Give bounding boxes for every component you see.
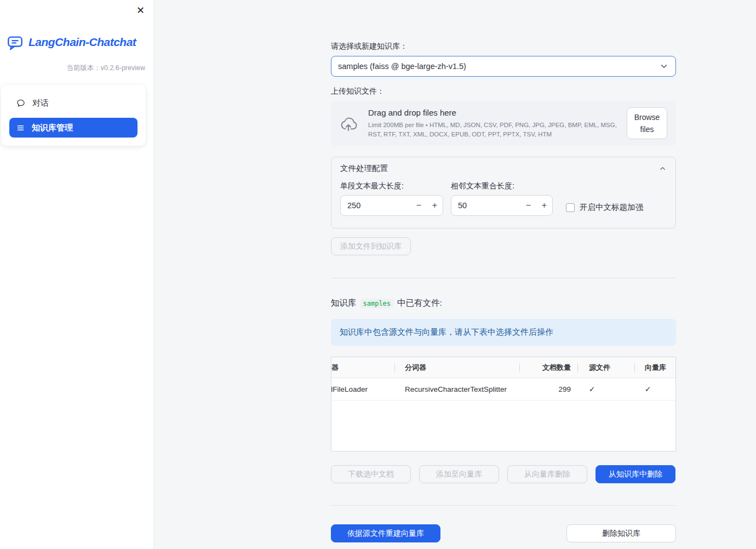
version-label: 当前版本： [66, 64, 101, 72]
files-table-header: 文档加载器 分词器 文档数量 源文件 向量库 [331, 357, 675, 378]
info-banner: 知识库中包含源文件与向量库，请从下表中选择文件后操作 [331, 319, 676, 346]
checkbox-label: 开启中文标题加强 [580, 202, 643, 213]
kb-select-label: 请选择或新建知识库： [331, 42, 676, 52]
max-length-steppers: − + [411, 196, 443, 215]
app-root: ✕ LangChain-Chatchat 当前版本：v0.2.6-preview… [0, 0, 756, 549]
divider [331, 278, 676, 278]
max-length-label: 单段文本最大长度: [340, 181, 443, 191]
overlap-steppers: − + [520, 196, 552, 215]
sidebar-item-kb-management[interactable]: 知识库管理 [9, 118, 138, 138]
main-content: 请选择或新建知识库： samples (faiss @ bge-large-zh… [153, 0, 756, 549]
delete-from-kb-button[interactable]: 从知识库中删除 [595, 465, 675, 483]
sidebar-item-label: 知识库管理 [32, 123, 73, 133]
file-config-title: 文件处理配置 [340, 163, 388, 174]
list-icon [16, 124, 25, 132]
logo: LangChain-Chatchat [7, 34, 148, 50]
sidebar-close-button[interactable]: ✕ [134, 3, 147, 18]
plus-icon[interactable]: + [536, 196, 552, 215]
file-dropzone[interactable]: Drag and drop files here Limit 200MB per… [331, 101, 676, 146]
chat-logo-icon [7, 34, 24, 50]
chat-bubble-icon [16, 99, 25, 107]
sidebar: ✕ LangChain-Chatchat 当前版本：v0.2.6-preview… [0, 0, 153, 549]
kb-selectbox-value: samples (faiss @ bge-large-zh-v1.5) [338, 62, 466, 71]
logo-text: LangChain-Chatchat [28, 36, 136, 49]
existing-suffix: 中已有文件: [397, 298, 442, 309]
column-header-doc-count[interactable]: 文档数量 [519, 357, 577, 378]
chevron-up-icon [658, 164, 667, 173]
dropzone-title: Drag and drop files here [368, 108, 627, 117]
cell-vector-store-check: ✓ [634, 378, 675, 400]
overlap-label: 相邻文本重合长度: [451, 181, 553, 191]
sidebar-item-label: 对话 [32, 98, 49, 108]
file-action-buttons: 下载选中文档 添加至向量库 从向量库删除 从知识库中删除 [331, 465, 676, 483]
files-table[interactable]: 文档加载器 分词器 文档数量 源文件 向量库 UnstructuredFileL… [331, 357, 676, 451]
plus-icon[interactable]: + [427, 196, 443, 215]
checkbox-box[interactable] [566, 203, 575, 212]
dropzone-hint: Limit 200MB per file • HTML, MD, JSON, C… [368, 121, 627, 139]
dropzone-text: Drag and drop files here Limit 200MB per… [368, 108, 627, 139]
delete-from-vector-store-button[interactable]: 从向量库删除 [507, 465, 587, 483]
max-length-value[interactable]: 250 [347, 201, 360, 210]
cell-source-file-check: ✓ [577, 378, 634, 400]
upload-label: 上传知识文件： [331, 87, 676, 96]
max-length-field: 单段文本最大长度: 250 − + [340, 181, 443, 216]
cloud-upload-icon [340, 115, 359, 131]
existing-prefix: 知识库 [331, 298, 357, 309]
file-config-expander: 文件处理配置 单段文本最大长度: 250 − + [331, 157, 676, 228]
cell-splitter: RecursiveCharacterTextSplitter [394, 378, 519, 400]
minus-icon[interactable]: − [520, 196, 536, 215]
cell-loader: UnstructuredFileLoader [331, 378, 394, 400]
add-to-vector-store-button[interactable]: 添加至向量库 [419, 465, 499, 483]
table-row[interactable]: UnstructuredFileLoader RecursiveCharacte… [331, 378, 675, 401]
kb-action-buttons: 依据源文件重建向量库 删除知识库 [331, 524, 676, 542]
kb-selectbox[interactable]: samples (faiss @ bge-large-zh-v1.5) [331, 56, 676, 77]
minus-icon[interactable]: − [411, 196, 427, 215]
browse-files-button[interactable]: Browse files [627, 107, 667, 140]
version-value: v0.2.6-preview [101, 64, 145, 72]
chevron-down-icon [659, 61, 669, 71]
overlap-input[interactable]: 50 − + [451, 195, 553, 216]
column-header-vector-store[interactable]: 向量库 [634, 357, 675, 378]
download-selected-button[interactable]: 下载选中文档 [331, 465, 411, 483]
column-header-loader[interactable]: 文档加载器 [331, 357, 394, 378]
sidebar-menu: 对话 知识库管理 [1, 85, 146, 146]
existing-files-heading: 知识库 samples 中已有文件: [331, 298, 676, 309]
version-text: 当前版本：v0.2.6-preview [0, 64, 145, 73]
column-header-source-file[interactable]: 源文件 [577, 357, 634, 378]
file-config-body: 单段文本最大长度: 250 − + 相邻文本重合长度: 50 [331, 179, 675, 228]
add-files-to-kb-button[interactable]: 添加文件到知识库 [331, 237, 411, 255]
column-header-splitter[interactable]: 分词器 [394, 357, 519, 378]
overlap-field: 相邻文本重合长度: 50 − + [451, 181, 553, 216]
max-length-input[interactable]: 250 − + [340, 195, 443, 216]
cell-doc-count: 299 [519, 378, 577, 400]
rebuild-vector-store-button[interactable]: 依据源文件重建向量库 [331, 524, 440, 542]
kb-name-code: samples [360, 299, 394, 308]
overlap-value[interactable]: 50 [458, 201, 467, 210]
file-config-expander-header[interactable]: 文件处理配置 [331, 157, 675, 179]
zh-title-enhance-checkbox[interactable]: 开启中文标题加强 [566, 181, 643, 216]
sidebar-item-dialogue[interactable]: 对话 [9, 93, 138, 113]
delete-kb-button[interactable]: 删除知识库 [566, 524, 676, 542]
divider [331, 505, 676, 506]
